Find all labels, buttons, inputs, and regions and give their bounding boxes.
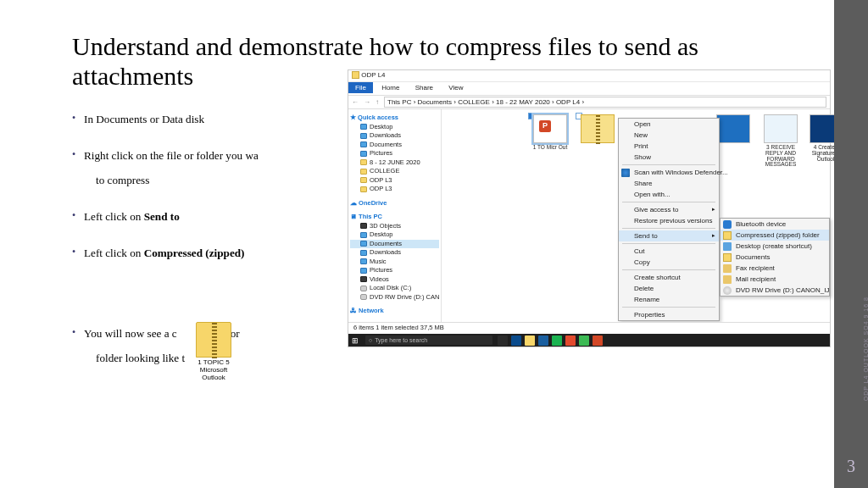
bullet-1-text: In Documents or Data disk [84,113,204,125]
taskbar-search[interactable]: ○Type here to search [365,336,492,345]
thumb-caption-1: 1 TO Micr Out [530,145,570,151]
nav-forward-icon[interactable]: → [364,98,370,106]
tree-folder-4[interactable]: ODP L3 [350,185,439,194]
file-thumb-3[interactable]: 3 RECEIVE REPLY AND FORWARD MESSAGES [760,114,801,168]
folder-icon [352,71,359,79]
tree-quick-access[interactable]: ★ Quick access [350,114,439,123]
explorer-body: ★ Quick access Desktop Downloads Documen… [348,109,830,333]
ctx-print[interactable]: Print [619,141,719,152]
ctx-give-access[interactable]: Give access to▸ [619,204,719,215]
bluetooth-icon [723,220,732,229]
nav-back-icon[interactable]: ← [352,98,359,106]
chrome-icon[interactable] [579,336,589,346]
tree-dvd[interactable]: DVD RW Drive (D:) CANON_IJ [350,293,439,302]
zip-icon [581,114,615,143]
start-button[interactable]: ⊞ [348,334,362,347]
context-menu: Open New Print Show Scan with Windows De… [618,118,720,321]
ribbon-share[interactable]: Share [409,82,440,93]
sendto-bluetooth[interactable]: Bluetooth device [721,219,829,230]
sendto-submenu: Bluetooth device Compressed (zipped) fol… [720,218,830,297]
store-icon[interactable] [538,336,548,346]
tree-documents[interactable]: Documents [350,141,439,150]
breadcrumb[interactable]: This PC › Documents › COLLEGE › 18 - 22 … [384,97,826,108]
zip-folder-icon [196,322,231,358]
ctx-openwith[interactable]: Open with... [619,189,719,200]
tree-music[interactable]: Music [350,258,439,267]
file-thumb-1[interactable]: 1 TO Micr Out [530,114,570,151]
tree-videos[interactable]: Videos [350,275,439,285]
tree-folder-1[interactable]: 8 - 12 JUNE 2020 [350,158,439,168]
tree-3d[interactable]: 3D Objects [350,222,439,231]
search-icon: ○ [369,337,372,343]
tree-pictures2[interactable]: Pictures [350,266,439,275]
sendto-desktop[interactable]: Desktop (create shortcut) [721,241,829,252]
tree-local-disk[interactable]: Local Disk (C:) [350,284,439,293]
sendto-fax[interactable]: Fax recipient [721,263,829,274]
dvd-icon [723,286,732,295]
ctx-send-to[interactable]: Send to▸ [619,230,719,241]
menu-separator [622,228,715,229]
presentation-icon [764,114,798,143]
tree-downloads2[interactable]: Downloads [350,248,439,258]
fax-icon [723,264,732,273]
ctx-cut[interactable]: Cut [619,246,719,257]
nav-up-icon[interactable]: ↑ [376,98,379,106]
side-rail: ODP L4 OUTLOOK SO4.9 16 8 3 [834,0,868,488]
shield-icon [621,169,630,177]
ribbon-home[interactable]: Home [375,82,406,93]
tree-folder-2[interactable]: COLLEGE [350,167,439,176]
ctx-properties[interactable]: Properties [619,309,719,320]
sendto-dvd[interactable]: DVD RW Drive (D:) CANON_IJ [721,285,829,296]
chevron-right-icon: ▸ [712,206,715,213]
bullet-1: In Documents or Data disk [72,108,377,130]
tree-desktop[interactable]: Desktop [350,123,439,132]
tree-desktop2[interactable]: Desktop [350,230,439,240]
ribbon: File Home Share View [348,82,830,96]
window-title: ODP L4 [361,71,385,79]
ribbon-file[interactable]: File [348,82,373,93]
address-bar: ← → ↑ This PC › Documents › COLLEGE › 18… [348,96,830,109]
taskbar: ⊞ ○Type here to search [348,334,830,347]
menu-separator [622,202,715,202]
file-thumb-2[interactable] [577,114,618,143]
tree-downloads[interactable]: Downloads [350,131,439,141]
tree-onedrive[interactable]: ☁ OneDrive [350,199,439,208]
ctx-restore[interactable]: Restore previous versions [619,215,719,226]
tree-folder-3[interactable]: ODP L3 [350,176,439,186]
ctx-show[interactable]: Show [619,152,719,163]
ctx-new[interactable]: New [619,130,719,141]
ctx-rename[interactable]: Rename [619,294,719,305]
explorer-screenshot: ODP L4 File Home Share View ← → ↑ This P… [348,69,831,347]
page-number: 3 [834,457,868,476]
ctx-open[interactable]: Open [619,119,719,130]
app-icon[interactable] [552,336,562,346]
tree-this-pc[interactable]: 🖥 This PC [350,213,439,222]
zip-icon [723,231,732,240]
bullet-3-bold: Send to [144,210,180,223]
nav-tree: ★ Quick access Desktop Downloads Documen… [348,109,442,333]
sendto-compressed[interactable]: Compressed (zipped) folder [721,230,829,241]
ribbon-view[interactable]: View [442,82,470,93]
menu-separator [622,164,715,165]
ctx-scan[interactable]: Scan with Windows Defender... [619,167,719,178]
sendto-mail[interactable]: Mail recipient [721,274,829,285]
ctx-copy[interactable]: Copy [619,257,719,268]
ctx-delete[interactable]: Delete [619,283,719,294]
tree-network[interactable]: 🖧 Network [350,307,439,316]
outlook-icon [716,114,750,143]
tree-pictures[interactable]: Pictures [350,149,439,158]
bullet-2: Right click on the file or folder you wa… [72,145,377,191]
tree-documents2[interactable]: Documents [350,240,439,249]
explorer-icon[interactable] [525,336,535,346]
ctx-shortcut[interactable]: Create shortcut [619,272,719,283]
powerpoint-icon[interactable] [593,336,603,346]
firefox-icon[interactable] [565,336,576,346]
file-pane[interactable]: 1 TO Micr Out 3 RECEIVE REPLY AND FORWAR… [442,109,830,333]
bullet-4-bold: Compressed (zipped) [144,247,245,259]
sendto-documents[interactable]: Documents [721,252,829,263]
bullet-4a: Left click on [84,247,144,259]
taskview-icon[interactable] [498,336,508,346]
ctx-share[interactable]: Share [619,178,719,189]
edge-icon[interactable] [511,336,521,346]
slide: Understand and demonstrate how to compre… [0,0,868,488]
